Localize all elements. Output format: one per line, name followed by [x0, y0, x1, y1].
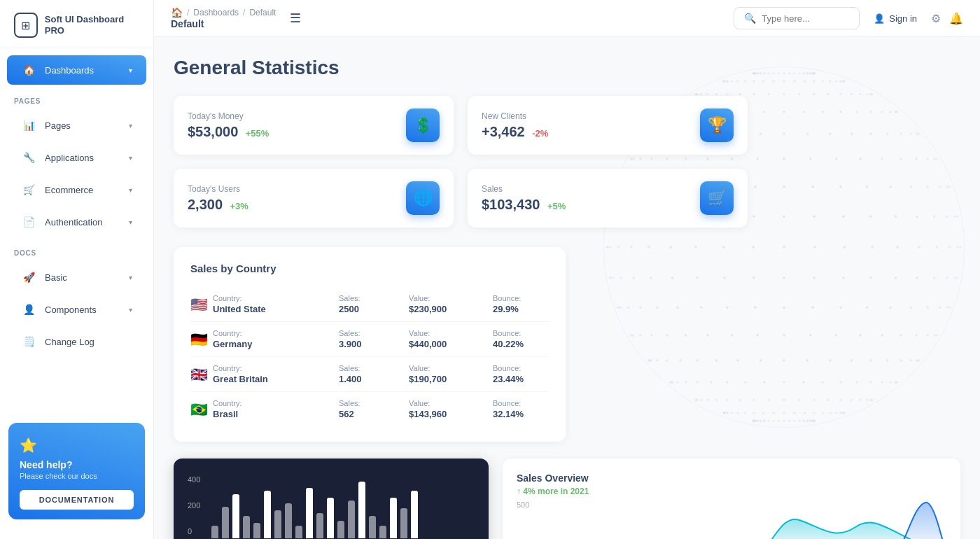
svg-point-232 [754, 186, 756, 188]
help-title: Need help? [20, 459, 134, 470]
svg-point-229 [839, 186, 841, 188]
svg-point-161 [609, 276, 611, 279]
stat-label: Sales [482, 184, 566, 194]
sidebar-item-label: Basic [45, 272, 120, 283]
svg-point-106 [886, 359, 888, 361]
svg-point-88 [802, 381, 804, 383]
svg-point-9 [809, 420, 811, 422]
sales-label: Sales: [339, 294, 409, 302]
sidebar-item-authentication[interactable]: 📄 Authentication ▾ [7, 207, 146, 237]
svg-point-207 [895, 216, 897, 218]
svg-point-62 [850, 399, 853, 401]
app-name: Soft UI Dashboard PRO [45, 14, 139, 36]
pages-section-label: PAGES [0, 86, 153, 109]
svg-point-286 [896, 111, 898, 113]
bar-10 [316, 513, 323, 538]
svg-point-252 [756, 158, 758, 160]
svg-point-335 [835, 80, 837, 83]
chevron-down-icon: ▾ [129, 274, 132, 281]
stat-change: +5% [547, 201, 566, 211]
sidebar-item-ecommerce[interactable]: 🛒 Ecommerce ▾ [7, 175, 146, 204]
sidebar-item-changelog[interactable]: 🗒️ Change Log [7, 327, 146, 356]
sidebar-item-basic[interactable]: 🚀 Basic ▾ [7, 262, 146, 292]
svg-point-80 [896, 381, 898, 383]
sales-label: Sales: [339, 329, 409, 337]
svg-point-120 [648, 359, 650, 361]
svg-point-26 [760, 420, 762, 422]
settings-icon[interactable]: ⚙ [931, 12, 941, 25]
sidebar-item-label: Components [45, 304, 120, 315]
svg-point-92 [726, 381, 728, 383]
hamburger-icon[interactable]: ☰ [290, 10, 301, 26]
svg-point-75 [696, 399, 698, 401]
notifications-icon[interactable]: 🔔 [949, 12, 963, 25]
signin-button[interactable]: 👤 Sign in [868, 10, 923, 27]
svg-point-187 [896, 246, 898, 248]
sales-value: 3.900 [339, 339, 409, 349]
svg-point-10 [811, 420, 813, 422]
svg-point-173 [723, 276, 725, 279]
svg-point-248 [859, 158, 861, 160]
svg-point-21 [783, 420, 785, 422]
svg-point-105 [900, 359, 902, 361]
svg-point-90 [763, 381, 765, 383]
svg-point-308 [871, 93, 873, 95]
svg-point-310 [866, 93, 868, 95]
svg-point-293 [822, 111, 824, 113]
sidebar-item-label: Authentication [45, 217, 120, 227]
svg-point-35 [842, 412, 844, 414]
value-label: Value: [409, 294, 493, 302]
country-row-2: 🇬🇧 Country: Great Britain Sales: 1.400 V… [190, 357, 549, 392]
svg-point-23 [772, 420, 774, 422]
svg-point-178 [620, 276, 622, 279]
svg-point-272 [806, 132, 808, 134]
svg-point-179 [612, 276, 614, 279]
svg-point-66 [798, 399, 800, 401]
breadcrumb-separator: / [243, 8, 245, 18]
svg-point-125 [915, 334, 917, 336]
sales-label: Sales: [339, 399, 409, 407]
bar-5 [264, 491, 271, 538]
documentation-button[interactable]: DOCUMENTATION [20, 490, 134, 510]
svg-point-209 [842, 216, 844, 218]
svg-point-188 [871, 246, 873, 248]
svg-point-340 [793, 80, 795, 83]
svg-point-56 [696, 399, 698, 401]
svg-point-169 [842, 276, 844, 279]
svg-point-25 [763, 420, 765, 422]
svg-point-158 [627, 307, 629, 309]
svg-point-3 [754, 420, 756, 422]
star-icon: ⭐ [20, 437, 134, 454]
svg-point-86 [839, 381, 841, 383]
svg-point-246 [900, 158, 902, 160]
search-box[interactable]: 🔍 [734, 7, 860, 29]
svg-point-203 [954, 216, 956, 218]
bar-16 [379, 526, 386, 538]
svg-point-305 [694, 93, 696, 95]
svg-point-59 [869, 399, 872, 401]
stat-label: Today's Users [188, 184, 248, 194]
sidebar-item-dashboards[interactable]: 🏠 Dashboards ▾ [7, 55, 146, 85]
svg-point-5 [760, 420, 762, 422]
stat-value-row: $103,430 +5% [482, 197, 566, 213]
sidebar-item-label: Ecommerce [45, 185, 120, 195]
svg-point-333 [842, 80, 844, 83]
svg-point-152 [754, 307, 756, 309]
applications-icon: 🔧 [21, 150, 36, 165]
svg-point-242 [936, 158, 938, 160]
bar-label-400: 400 [188, 475, 200, 484]
sales-by-country-section: Sales by Country 🇺🇸 Country: United Stat… [174, 247, 566, 442]
svg-point-119 [650, 359, 652, 361]
sidebar-item-applications[interactable]: 🔧 Applications ▾ [7, 143, 146, 172]
search-input[interactable] [762, 13, 849, 24]
country-info: Country: Germany [213, 329, 339, 349]
svg-point-323 [706, 93, 708, 95]
page-main-title: General Statistics [174, 57, 960, 79]
svg-point-14 [811, 420, 813, 422]
sidebar-item-pages[interactable]: 📊 Pages ▾ [7, 111, 146, 140]
svg-point-243 [933, 158, 935, 160]
svg-point-146 [910, 307, 912, 309]
stat-value-row: 2,300 +3% [188, 197, 248, 213]
sidebar-item-components[interactable]: 👤 Components ▾ [7, 295, 146, 324]
svg-point-47 [762, 412, 764, 414]
